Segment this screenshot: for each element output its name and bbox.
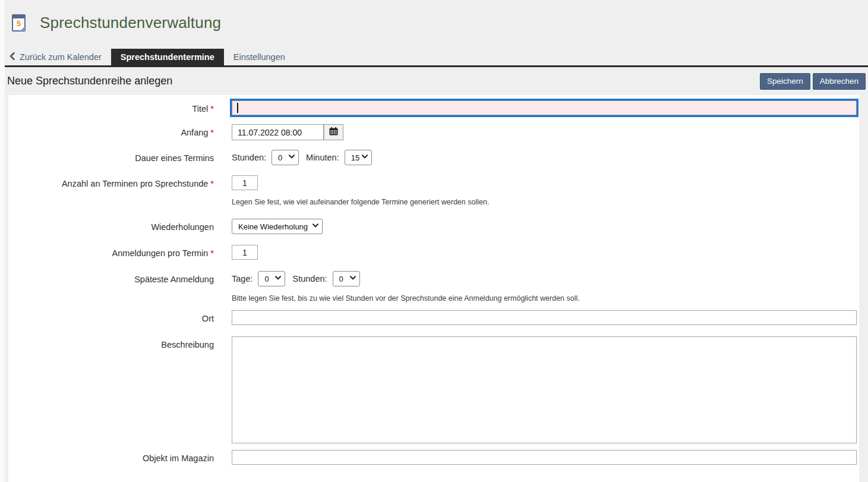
anfang-label: Anfang <box>181 128 208 137</box>
calendar-app-icon: 5 <box>12 14 26 31</box>
form-row-objekt-im-magazin: Objekt im Magazin <box>8 450 859 465</box>
chevron-left-icon <box>10 52 15 62</box>
wiederholungen-select[interactable]: Keine Wiederholung <box>232 219 323 234</box>
spaeteste-stunden-label: Stunden: <box>292 274 327 283</box>
tab-einstellungen[interactable]: Einstellungen <box>224 49 295 65</box>
beschreibung-textarea[interactable] <box>232 336 857 443</box>
calendar-icon <box>329 127 338 137</box>
form-row-anfang: Anfang* <box>8 124 859 140</box>
spaeteste-stunden-select[interactable]: 0 <box>333 271 360 286</box>
spaeteste-label: Späteste Anmeldung <box>134 275 214 284</box>
page-title: Neue Sprechstundenreihe anlegen <box>7 75 172 87</box>
anmeldungen-label: Anmeldungen pro Termin <box>112 248 209 258</box>
page-left-gutter <box>0 0 5 482</box>
app-header: 5 Sprechstundenverwaltung <box>0 0 868 34</box>
dauer-label: Dauer eines Termins <box>135 153 214 163</box>
anzahl-label: Anzahl an Terminen pro Sprechstunde <box>62 179 208 188</box>
tab-label: Einstellungen <box>233 52 285 62</box>
dauer-minuten-select[interactable]: 15 <box>345 150 372 165</box>
minuten-label: Minuten: <box>306 153 339 162</box>
spaeteste-help-text: Bitte legen Sie fest, bis zu wie viel St… <box>232 294 857 303</box>
form-row-wiederholungen: Wiederholungen Keine Wiederholung <box>8 219 859 234</box>
anfang-datetime-input[interactable] <box>232 124 324 140</box>
titel-input[interactable] <box>232 100 857 115</box>
form-row-anzahl: Anzahl an Terminen pro Sprechstunde* Leg… <box>8 175 859 207</box>
required-asterisk: * <box>210 128 214 137</box>
form-row-dauer: Dauer eines Termins Stunden:0Minuten:15 <box>8 150 859 165</box>
anmeldungen-input[interactable] <box>232 245 258 260</box>
required-asterisk: * <box>210 104 214 114</box>
anzahl-help-text: Legen Sie fest, wie viel aufeinander fol… <box>232 198 857 207</box>
tab-label: Sprechstundentermine <box>121 52 214 62</box>
ort-label: Ort <box>202 314 214 323</box>
calendar-icon-fold <box>20 26 25 31</box>
text-cursor <box>237 103 238 113</box>
required-asterisk: * <box>210 179 214 188</box>
cancel-button[interactable]: Abbrechen <box>813 73 866 90</box>
datetime-input-group <box>232 124 343 140</box>
app-title: Sprechstundenverwaltung <box>40 14 221 32</box>
tab-bar: Zurück zum Kalender Sprechstundentermine… <box>0 49 868 67</box>
form-row-titel: Titel* <box>8 100 859 115</box>
datepicker-button[interactable] <box>324 124 343 140</box>
wiederholungen-label: Wiederholungen <box>151 222 214 232</box>
beschreibung-label: Beschreibung <box>161 340 214 349</box>
stunden-label: Stunden: <box>232 153 266 162</box>
spaeteste-tage-select[interactable]: 0 <box>258 271 285 286</box>
action-buttons: Speichern Abbrechen <box>760 73 866 90</box>
objekt-label: Objekt im Magazin <box>143 453 214 463</box>
back-to-calendar-link[interactable]: Zurück zum Kalender <box>8 49 111 65</box>
form-row-anmeldungen: Anmeldungen pro Termin* <box>8 245 859 260</box>
anzahl-input[interactable] <box>232 175 258 190</box>
objekt-input[interactable] <box>232 450 857 465</box>
tage-label: Tage: <box>232 274 252 283</box>
back-to-calendar-label: Zurück zum Kalender <box>20 52 102 62</box>
dauer-stunden-select[interactable]: 0 <box>272 150 299 165</box>
required-asterisk: * <box>210 248 214 258</box>
doc-header: Neue Sprechstundenreihe anlegen Speicher… <box>0 67 868 95</box>
form-panel: Titel* Anfang* <box>8 95 859 482</box>
tab-sprechstundentermine[interactable]: Sprechstundentermine <box>111 49 224 65</box>
form-row-ort: Ort <box>8 310 859 325</box>
save-button[interactable]: Speichern <box>760 73 810 90</box>
form-row-beschreibung: Beschreibung <box>8 336 859 443</box>
calendar-icon-topbar <box>13 15 24 18</box>
form-row-spaeteste-anmeldung: Späteste Anmeldung Tage:0Stunden:0 Bitte… <box>8 271 859 303</box>
ort-input[interactable] <box>232 310 857 325</box>
titel-label: Titel <box>192 104 208 114</box>
